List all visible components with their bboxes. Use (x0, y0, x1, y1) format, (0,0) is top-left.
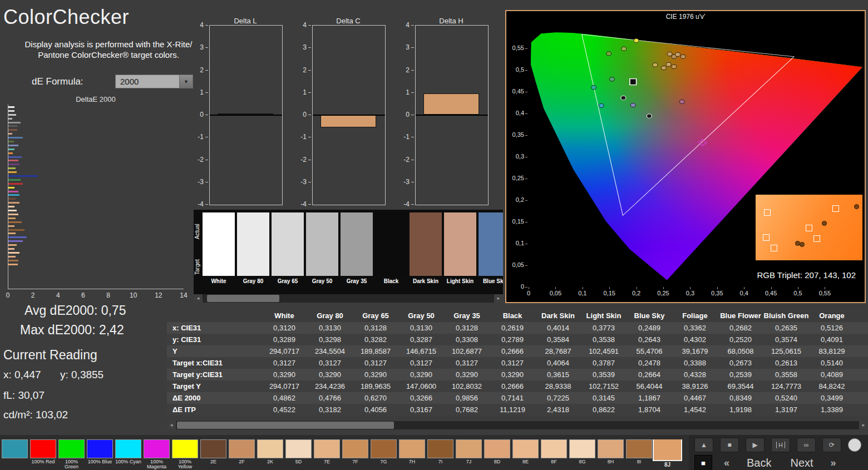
patch-strip-scrollbar[interactable]: ◄ ► (194, 294, 503, 303)
inset-marker (806, 225, 812, 231)
axis-tick-mark (798, 287, 798, 289)
pattern-swatch-100-yellow[interactable]: 100% Yellow (171, 439, 199, 469)
repeat-button[interactable]: ⟳ (822, 438, 841, 452)
deltae-bar (8, 252, 19, 254)
pattern-swatch-100-blue[interactable]: 100% Blue (86, 439, 114, 469)
axis-tick-label: -2 (300, 156, 307, 164)
pattern-window-button[interactable]: ■ (694, 455, 712, 470)
scroll-right-button[interactable]: ► (494, 294, 503, 303)
chevron-down-icon: ▼ (179, 75, 193, 88)
patch-label: Blue Sky (479, 278, 503, 284)
table-scrollbar[interactable]: ◄ ► (167, 421, 868, 429)
table-cell: 0,6270 (353, 392, 398, 404)
pattern-swatch-7h[interactable]: 7H (398, 439, 426, 469)
table-cell: 34,06 (855, 345, 868, 357)
cie-point-circle (653, 63, 658, 67)
pattern-swatch-7f[interactable]: 7F (342, 439, 369, 469)
axis-tick-label: -1 (198, 133, 204, 141)
continuous-button[interactable]: ∞ (797, 438, 816, 452)
pattern-swatch-label: 7F (352, 459, 358, 469)
table-cell: 0,3584 (535, 334, 581, 345)
table-cell: 0,3128 (444, 322, 490, 334)
axis-tick-mark (525, 70, 527, 71)
table-cell: 0,2682 (718, 322, 763, 334)
table-cell: 0,3787 (581, 357, 627, 369)
table-corner (167, 309, 262, 322)
description-line-2: Pantone ColorChecker® target colors. (16, 50, 201, 60)
axis-tick-mark (525, 200, 527, 201)
pattern-swatch-100-cyan[interactable]: 100% Cyan (115, 439, 142, 469)
pattern-swatch-7g[interactable]: 7G (370, 439, 397, 469)
pattern-swatch-label: 8G (579, 459, 585, 469)
table-cell: 102,6877 (444, 345, 490, 357)
pattern-swatch-100-red[interactable]: 100% Red (29, 439, 57, 469)
scrollbar-track[interactable] (176, 421, 859, 429)
table-row-label: Y (167, 345, 262, 357)
pattern-swatch-8e[interactable]: 8E (512, 439, 539, 469)
pattern-swatch-8g[interactable]: 8G (569, 439, 596, 469)
scroll-left-button[interactable]: ◄ (167, 421, 176, 429)
scrollbar-thumb[interactable] (177, 422, 394, 429)
patch-strip: Actual Target WhiteGray 80Gray 65Gray 50… (194, 210, 503, 294)
axis-tick-label: 0,45 (765, 290, 777, 296)
table-cell: 147,0600 (398, 380, 444, 392)
inset-marker (763, 234, 770, 241)
play-button[interactable]: ▶ (746, 438, 765, 452)
axis-tick-label: 6 (81, 291, 85, 299)
table-cell: 0,5240 (763, 392, 809, 404)
back-arrow-button[interactable]: « (720, 456, 733, 469)
pattern-swatch-2k[interactable]: 2K (257, 439, 284, 469)
table-cell: 0,3287 (398, 334, 444, 345)
pattern-swatch-7i[interactable]: 7I (427, 439, 454, 469)
pattern-swatch-label: 7H (409, 459, 416, 469)
scroll-left-button[interactable]: ◄ (194, 294, 203, 303)
pattern-swatch-7j[interactable]: 7J (455, 439, 482, 469)
cie-title: CIE 1976 u'v' (506, 13, 865, 21)
pattern-swatch-5d[interactable]: 5D (285, 439, 312, 469)
table-cell: 0,2478 (627, 357, 672, 369)
pattern-swatch-2e[interactable]: 2E (200, 439, 227, 469)
axis-tick-label: 0,1 (506, 240, 524, 246)
up-arrow-icon: ▲ (701, 441, 707, 449)
axis-tick-mark (205, 70, 208, 71)
deltae-bar (8, 137, 23, 138)
next-arrow-button[interactable]: » (827, 456, 840, 469)
table-cell: 234,4236 (307, 380, 353, 392)
table-cell: 69,3544 (718, 380, 763, 392)
stop-button[interactable]: ■ (720, 438, 739, 452)
next-button[interactable]: Next (785, 457, 818, 469)
de-formula-dropdown[interactable]: 2000 ▼ (115, 75, 193, 88)
pattern-swatch-8f[interactable]: 8F (540, 439, 568, 469)
pattern-swatch-100-magenta[interactable]: 100% Magenta (143, 439, 170, 469)
axis-tick-mark (609, 287, 610, 289)
table-cell: 1,1867 (627, 392, 672, 404)
table-column-header: Gray 80 (307, 309, 353, 322)
indicator-button[interactable] (848, 438, 861, 452)
table-cell: 0,3130 (307, 322, 353, 334)
table-cell: 2,4318 (535, 404, 581, 415)
table-cell: 0,2666 (490, 380, 535, 392)
patch-label: Gray 65 (272, 278, 304, 284)
axis-tick-label: -3 (300, 178, 307, 186)
pattern-swatch-color (371, 439, 397, 458)
back-button[interactable]: Back (741, 457, 777, 469)
zero-line (313, 115, 385, 116)
scrollbar-track[interactable] (203, 294, 494, 303)
axis-tick-label: 4 (406, 21, 410, 29)
axis-tick-label: 0 (406, 111, 410, 118)
pattern-size-button[interactable]: H (771, 438, 790, 452)
pattern-swatch-8i[interactable]: 8I (625, 439, 653, 469)
pattern-swatch-8h[interactable]: 8H (597, 439, 624, 469)
pattern-swatch-2f[interactable]: 2F (228, 439, 255, 469)
pattern-swatch-8d[interactable]: 8D (484, 439, 511, 469)
pattern-swatch-8j[interactable]: 8J (654, 439, 681, 470)
scroll-up-button[interactable]: ▲ (694, 438, 713, 452)
axis-tick-mark (525, 265, 527, 266)
pattern-swatch-7e[interactable]: 7E (313, 439, 341, 469)
scrollbar-thumb[interactable] (207, 295, 279, 302)
pattern-swatch-100-green[interactable]: 100% Green (58, 439, 85, 469)
cie-point-circle (666, 62, 671, 66)
scroll-right-button[interactable]: ► (859, 421, 868, 429)
pattern-swatch[interactable] (1, 439, 28, 469)
deltae-bar (8, 264, 18, 265)
